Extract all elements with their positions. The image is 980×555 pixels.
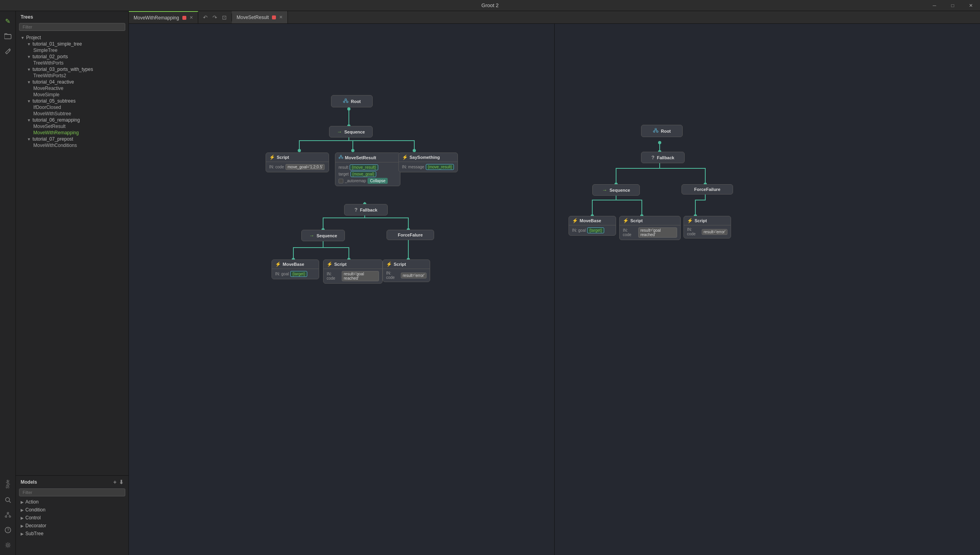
titlebar: Groot 2 ─ □ ✕ (0, 0, 980, 11)
right-script1-node[interactable]: ⚡ Script IN: code result='goal reached' (619, 216, 681, 240)
tab-movesetresult[interactable]: MoveSetResult ✕ (232, 11, 288, 23)
left-movebase-node[interactable]: ⚡ MoveBase IN: goal {target} (272, 259, 319, 279)
close-button[interactable]: ✕ (962, 0, 980, 11)
models-header: Models + ⬇ (16, 476, 128, 487)
redo-button[interactable]: ↷ (211, 13, 219, 21)
app-title: Groot 2 (481, 2, 498, 8)
treewithports2-item[interactable]: TreeWithPorts2 (22, 72, 128, 79)
left-s2-body: IN: code result='goal reached' (323, 269, 382, 283)
right-fallback-node[interactable]: ? Fallback (641, 152, 685, 163)
left-script-row1: IN: code move_goal='1;2;0.5' (269, 164, 325, 170)
trees-section: Trees ▼ Project ▼ tutorial_01_simple_tre… (16, 11, 128, 476)
left-forcefailure-node[interactable]: ForceFalure (387, 230, 434, 240)
treewithports-item[interactable]: TreeWithPorts (22, 60, 128, 66)
right-s1-icon: ⚡ (623, 218, 629, 223)
model-decorator[interactable]: ▶ Decorator (16, 522, 128, 530)
left-script-node[interactable]: ⚡ Script IN: code move_goal='1;2;0.5' (266, 153, 329, 172)
svg-point-40 (653, 131, 655, 132)
right-mb-goal: {target} (587, 227, 604, 233)
svg-point-29 (342, 157, 343, 158)
left-movesetresult-node[interactable]: MoveSetResult result {move_result} targe… (335, 153, 400, 186)
tab-movewithremapping[interactable]: MoveWithRemapping ✕ (129, 11, 198, 23)
autoremap-checkbox[interactable] (339, 179, 343, 183)
movewithconditions-item[interactable]: MoveWithConditions (22, 142, 128, 149)
left-msr-body: result {move_result} target {move_goal} … (335, 162, 400, 186)
model-condition[interactable]: ▶ Condition (16, 506, 128, 514)
svg-point-15 (413, 149, 416, 152)
models-filter[interactable] (19, 488, 125, 496)
right-s1-body: IN: code result='goal reached' (620, 225, 680, 240)
svg-point-23 (343, 101, 345, 103)
undo-button[interactable]: ↶ (201, 13, 209, 21)
s3-icon: ⚡ (386, 261, 392, 267)
right-root-node[interactable]: Root (641, 125, 683, 137)
ss-icon: ⚡ (402, 154, 408, 160)
s2-icon: ⚡ (327, 261, 333, 267)
left-ss-header: ⚡ SaySomething (399, 153, 457, 162)
folder-icon[interactable] (1, 29, 15, 43)
left-sequence1-node[interactable]: → Sequence (329, 126, 373, 137)
models-section: Models + ⬇ ▶ Action ▶ Condition ▶ Contro… (16, 476, 128, 555)
trees-filter[interactable] (19, 23, 125, 31)
settings-icon[interactable] (1, 538, 15, 552)
right-mb-icon: ⚡ (572, 218, 578, 223)
tab1-label: MoveWithRemapping (134, 15, 179, 21)
import-model-button[interactable]: ⬇ (119, 479, 124, 485)
model-action[interactable]: ▶ Action (16, 498, 128, 506)
right-movebase-node[interactable]: ⚡ MoveBase IN: goal {target} (568, 216, 616, 236)
fit-view-button[interactable]: ⊡ (220, 13, 228, 21)
left-s3-header: ⚡ Script (383, 260, 430, 269)
right-s2-code: result='error' (702, 229, 727, 235)
left-sequence2-node[interactable]: → Sequence (301, 230, 345, 241)
add-model-button[interactable]: + (113, 479, 117, 485)
left-script3-node[interactable]: ⚡ Script IN: code result='error' (383, 259, 430, 282)
movewithremapping-item[interactable]: MoveWithRemapping (22, 130, 128, 136)
tab1-close[interactable]: ✕ (189, 15, 193, 20)
movesetresult-item[interactable]: MoveSetResult (22, 123, 128, 130)
model-subtree[interactable]: ▶ SubTree (16, 530, 128, 538)
search-icon[interactable] (1, 493, 15, 507)
right-script2-node[interactable]: ⚡ Script IN: code result='error' (683, 216, 731, 238)
movewithsubtree-item[interactable]: MoveWithSubtree (22, 111, 128, 117)
left-root-node[interactable]: Root (331, 95, 373, 107)
network-icon[interactable] (1, 508, 15, 522)
tutorial04-group[interactable]: ▼ tutorial_04_reactive (22, 79, 128, 85)
left-saysomething-node[interactable]: ⚡ SaySomething IN: message {move_result} (398, 153, 458, 172)
simpletree-item[interactable]: SimpleTree (22, 47, 128, 53)
tree-list: ▼ Project ▼ tutorial_01_simple_tree Simp… (16, 32, 128, 475)
right-forcefailure-node[interactable]: ForceFailure (681, 184, 733, 195)
right-sequence-node[interactable]: → Sequence (592, 184, 640, 196)
tutorial02-group[interactable]: ▼ tutorial_02_ports (22, 53, 128, 60)
maximize-button[interactable]: □ (944, 0, 962, 11)
left-panel: Trees ▼ Project ▼ tutorial_01_simple_tre… (16, 11, 129, 555)
left-script2-node[interactable]: ⚡ Script IN: code result='goal reached' (323, 259, 383, 284)
svg-point-39 (655, 128, 657, 130)
tutorial06-group[interactable]: ▼ tutorial_06_remapping (22, 117, 128, 123)
right-canvas-connections (555, 24, 980, 555)
tab2-close[interactable]: ✕ (279, 15, 283, 20)
minimize-button[interactable]: ─ (925, 0, 944, 11)
edit-icon[interactable]: ✎ (1, 14, 15, 28)
tutorial03-group[interactable]: ▼ tutorial_03_ports_with_types (22, 66, 128, 72)
tutorial07-group[interactable]: ▼ tutorial_07_prepost (22, 136, 128, 142)
pencil-icon[interactable] (1, 44, 15, 58)
tutorial05-group[interactable]: ▼ tutorial_05_subtrees (22, 98, 128, 104)
movereactive-item[interactable]: MoveReactive (22, 85, 128, 92)
collapse-button[interactable]: Collapse (368, 178, 388, 184)
tab-bar: MoveWithRemapping ✕ ↶ ↷ ⊡ MoveSetResult … (129, 11, 980, 24)
right-s2-icon: ⚡ (687, 218, 693, 223)
left-canvas[interactable]: Root → Sequence ⚡ Script IN: code (129, 24, 555, 555)
right-s2-header: ⚡ Script (684, 216, 731, 225)
movesimple-item[interactable]: MoveSimple (22, 92, 128, 98)
project-label[interactable]: ▼ Project (16, 34, 128, 41)
tutorial01-group[interactable]: ▼ tutorial_01_simple_tree (22, 41, 128, 47)
svg-line-7 (8, 514, 10, 516)
left-fallback1-node[interactable]: ? Fallback (344, 204, 388, 216)
help-icon[interactable]: ? (1, 523, 15, 537)
right-canvas[interactable]: Root ? Fallback → Sequence ForceFailure (555, 24, 980, 555)
ifdoorclosed-item[interactable]: IfDoorClosed (22, 104, 128, 111)
svg-line-25 (344, 100, 346, 101)
svg-point-24 (346, 101, 348, 103)
model-control[interactable]: ▶ Control (16, 514, 128, 522)
canvas-container: Root → Sequence ⚡ Script IN: code (129, 24, 980, 555)
